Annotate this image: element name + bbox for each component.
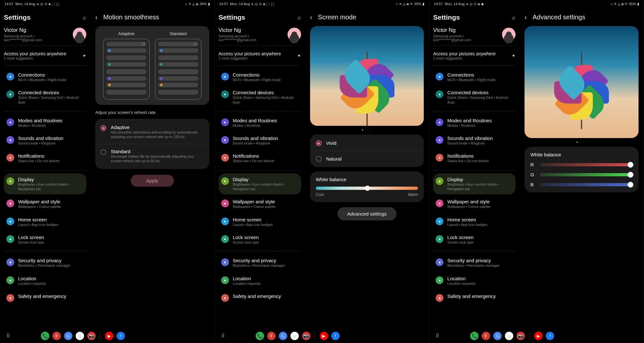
phone-icon[interactable]: 📞	[256, 332, 264, 340]
sidebar-item-display[interactable]: ●DisplayBrightness • Eye comfort shield …	[4, 173, 86, 195]
camera-icon[interactable]: 📷	[87, 332, 96, 340]
sidebar-item-connections[interactable]: ●ConnectionsWi-Fi • Bluetooth • Flight m…	[433, 69, 516, 85]
sidebar-item-wallpaper-and-style[interactable]: ●Wallpaper and styleWallpapers • Colour …	[4, 196, 86, 212]
sidebar-item-wallpaper-and-style[interactable]: ●Wallpaper and styleWallpapers • Colour …	[219, 196, 301, 212]
recorder-icon[interactable]: 🎙	[52, 332, 61, 340]
account-block[interactable]: Victor Ng Samsung account • lum*********…	[433, 27, 516, 42]
sidebar-item-sounds-and-vibration[interactable]: ●Sounds and vibrationSound mode • Ringto…	[433, 132, 516, 149]
sidebar-item-sounds-and-vibration[interactable]: ●Sounds and vibrationSound mode • Ringto…	[4, 132, 86, 149]
sidebar-item-connected-devices[interactable]: ●Connected devicesQuick Share • Samsung …	[219, 87, 301, 108]
suggestion-row[interactable]: Access your pictures anywhere 1 more sug…	[433, 49, 516, 62]
wb-slider[interactable]	[316, 187, 418, 190]
sidebar-item-lock-screen[interactable]: ●Lock screenScreen lock type	[433, 231, 516, 248]
apps-icon[interactable]: ⠿	[6, 333, 9, 339]
back-icon[interactable]: ‹	[310, 14, 312, 21]
facebook-icon[interactable]: f	[546, 332, 554, 340]
sidebar-item-notifications[interactable]: ●NotificationsStatus bar • Do not distur…	[219, 150, 301, 166]
google-icon[interactable]: G	[64, 332, 72, 340]
recorder-icon[interactable]: 🎙	[267, 332, 276, 340]
mode-natural[interactable]: Natural	[310, 151, 424, 166]
back-icon[interactable]: ‹	[525, 14, 527, 21]
sidebar-item-location[interactable]: ●LocationLocation requests	[4, 273, 86, 289]
sidebar-item-notifications[interactable]: ●NotificationsStatus bar • Do not distur…	[4, 150, 86, 166]
sidebar-item-icon: ●	[6, 294, 14, 302]
facebook-icon[interactable]: f	[117, 332, 125, 340]
avatar[interactable]	[73, 28, 86, 41]
sidebar-item-security-and-privacy[interactable]: ●Security and privacyBiometrics • Permis…	[4, 255, 86, 271]
sidebar-item-safety-and-emergency[interactable]: ●Safety and emergency	[4, 290, 86, 305]
sidebar-item-sub: Wallpapers • Colour palette	[233, 204, 298, 209]
sidebar-item-display[interactable]: ●DisplayBrightness • Eye comfort shield …	[219, 173, 301, 195]
sidebar-item-label: Wallpaper and style	[447, 199, 513, 204]
radio-adaptive[interactable]: Adaptive Get smoother animations and scr…	[95, 120, 209, 144]
preview-adaptive[interactable]: Adaptive	[103, 31, 150, 100]
r-slider[interactable]	[540, 163, 633, 166]
preview-image[interactable]	[310, 26, 424, 126]
taskbar[interactable]: ⠿ 📞 🎙 G ◉ 📷 ▶ f	[0, 329, 214, 343]
sidebar-item-connections[interactable]: ●ConnectionsWi-Fi • Bluetooth • Flight m…	[219, 69, 301, 85]
account-block[interactable]: Victor Ng Samsung account • lum*********…	[219, 27, 301, 42]
taskbar[interactable]: ⠿ 📞 🎙 G ◉ 📷 ▶ f	[215, 329, 429, 343]
mode-vivid[interactable]: Vivid	[310, 135, 424, 151]
sidebar-item-sub: Status bar • Do not disturb	[447, 159, 513, 163]
suggestion-row[interactable]: Access your pictures anywhere 1 more sug…	[219, 49, 301, 62]
apply-button[interactable]: Apply	[131, 175, 174, 187]
sidebar-item-connected-devices[interactable]: ●Connected devicesQuick Share • Samsung …	[433, 87, 516, 108]
search-icon[interactable]: ⌕	[83, 14, 86, 21]
preview-standard[interactable]: Standard	[155, 31, 202, 100]
sidebar-item-home-screen[interactable]: ●Home screenLayout • App icon badges	[219, 214, 301, 230]
avatar[interactable]	[502, 28, 516, 41]
sidebar-item-safety-and-emergency[interactable]: ●Safety and emergency	[433, 290, 516, 305]
camera-icon[interactable]: 📷	[516, 332, 525, 340]
sidebar-item-safety-and-emergency[interactable]: ●Safety and emergency	[219, 290, 301, 305]
taskbar[interactable]: ⠿ 📞 🎙 G ◉ 📷 ▶ f	[429, 329, 644, 343]
sidebar-item-display[interactable]: ●DisplayBrightness • Eye comfort shield …	[433, 173, 516, 195]
phone-icon[interactable]: 📞	[41, 332, 49, 340]
chrome-icon[interactable]: ◉	[505, 332, 513, 340]
youtube-icon[interactable]: ▶	[320, 332, 328, 340]
g-slider[interactable]	[540, 173, 633, 176]
sidebar-item-modes-and-routines[interactable]: ●Modes and RoutinesModes • Routines	[433, 115, 516, 131]
advanced-settings-button[interactable]: Advanced settings	[337, 207, 396, 220]
sidebar-item-security-and-privacy[interactable]: ●Security and privacyBiometrics • Permis…	[433, 255, 516, 271]
camera-icon[interactable]: 📷	[302, 332, 310, 340]
sidebar-item-icon: ●	[436, 177, 443, 185]
apps-icon[interactable]: ⠿	[221, 333, 223, 339]
suggestion-row[interactable]: Access your pictures anywhere 1 more sug…	[4, 49, 86, 62]
search-icon[interactable]: ⌕	[512, 14, 516, 21]
chrome-icon[interactable]: ◉	[290, 332, 299, 340]
settings-title: Settings	[4, 14, 31, 21]
apps-icon[interactable]: ⠿	[436, 333, 438, 339]
sidebar-item-lock-screen[interactable]: ●Lock screenScreen lock type	[219, 231, 301, 248]
sidebar-item-location[interactable]: ●LocationLocation requests	[433, 273, 516, 289]
sidebar-item-connections[interactable]: ●ConnectionsWi-Fi • Bluetooth • Flight m…	[4, 69, 86, 85]
sidebar-item-sounds-and-vibration[interactable]: ●Sounds and vibrationSound mode • Ringto…	[219, 132, 301, 149]
youtube-icon[interactable]: ▶	[105, 332, 113, 340]
sidebar-item-connected-devices[interactable]: ●Connected devicesQuick Share • Samsung …	[4, 87, 86, 108]
preview-image[interactable]	[525, 26, 639, 138]
youtube-icon[interactable]: ▶	[534, 332, 543, 340]
sidebar-item-modes-and-routines[interactable]: ●Modes and RoutinesModes • Routines	[219, 115, 301, 131]
sidebar-item-sub: Biometrics • Permission manager	[447, 263, 513, 268]
avatar[interactable]	[288, 28, 301, 41]
back-icon[interactable]: ‹	[95, 14, 98, 21]
sidebar-item-label: Notifications	[233, 153, 298, 159]
sidebar-item-home-screen[interactable]: ●Home screenLayout • App icon badges	[4, 214, 86, 230]
radio-standard[interactable]: Standard Get longer battery life by auto…	[95, 144, 209, 168]
b-slider[interactable]	[540, 183, 633, 186]
google-icon[interactable]: G	[279, 332, 287, 340]
sidebar-item-location[interactable]: ●LocationLocation requests	[219, 273, 301, 289]
recorder-icon[interactable]: 🎙	[482, 332, 490, 340]
chrome-icon[interactable]: ◉	[76, 332, 84, 340]
account-block[interactable]: Victor Ng Samsung account • lum*********…	[4, 27, 86, 42]
sidebar-item-wallpaper-and-style[interactable]: ●Wallpaper and styleWallpapers • Colour …	[433, 196, 516, 212]
sidebar-item-home-screen[interactable]: ●Home screenLayout • App icon badges	[433, 214, 516, 230]
sidebar-item-modes-and-routines[interactable]: ●Modes and RoutinesModes • Routines	[4, 115, 86, 131]
google-icon[interactable]: G	[493, 332, 502, 340]
phone-icon[interactable]: 📞	[470, 332, 478, 340]
sidebar-item-security-and-privacy[interactable]: ●Security and privacyBiometrics • Permis…	[219, 255, 301, 271]
search-icon[interactable]: ⌕	[298, 14, 301, 21]
sidebar-item-notifications[interactable]: ●NotificationsStatus bar • Do not distur…	[433, 150, 516, 166]
sidebar-item-lock-screen[interactable]: ●Lock screenScreen lock type	[4, 231, 86, 248]
facebook-icon[interactable]: f	[331, 332, 340, 340]
